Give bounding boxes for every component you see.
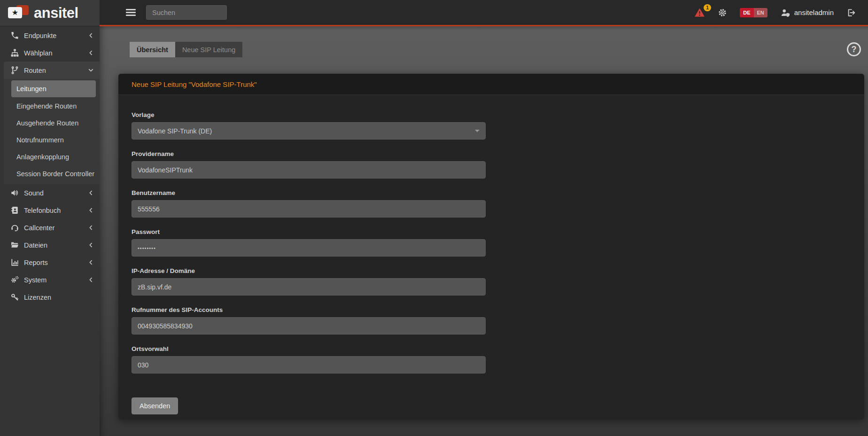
form-row-ortsvorwahl: Ortsvorwahl — [132, 345, 486, 374]
rufnummer-input[interactable] — [132, 317, 486, 335]
address-book-icon — [10, 206, 19, 215]
language-en-button[interactable]: EN — [754, 8, 767, 17]
sidebar-submenu-routen: Leitungen Eingehende Routen Ausgehende R… — [4, 79, 100, 184]
brand-name: ansitel — [34, 5, 78, 22]
passwort-input[interactable] — [132, 239, 486, 257]
sidebar-item-sound[interactable]: Sound — [0, 184, 100, 202]
content-area: Übersicht Neue SIP Leitung ? Neue SIP Le… — [100, 26, 868, 436]
help-icon[interactable]: ? — [847, 42, 861, 56]
chevron-left-icon — [85, 242, 94, 248]
topbar: 1 DE EN ansiteladmin — [100, 0, 868, 26]
hamburger-menu-icon[interactable] — [126, 8, 136, 18]
gear-icon[interactable] — [718, 8, 727, 17]
sidebar-item-anlagenkopplung[interactable]: Anlagenkopplung — [4, 148, 100, 165]
sidebar-item-lizenzen[interactable]: Lizenzen — [0, 288, 100, 306]
ip-adresse-input[interactable] — [132, 278, 486, 296]
language-de-button[interactable]: DE — [740, 8, 753, 17]
chevron-left-icon — [85, 32, 94, 39]
sidebar-item-label: Telefonbuch — [24, 207, 85, 214]
form-row-passwort: Passwort — [132, 228, 486, 257]
sidebar-item-label: Reports — [24, 259, 85, 266]
user-shield-icon — [780, 8, 790, 17]
ip-adresse-label: IP-Adresse / Domäne — [132, 267, 486, 274]
form-row-vorlage: Vorlage — [132, 111, 486, 140]
search-input[interactable] — [146, 5, 227, 20]
form-panel: Neue SIP Leitung "Vodafone SIP-Trunk" Vo… — [118, 74, 864, 420]
benutzername-input[interactable] — [132, 200, 486, 218]
language-switch: DE EN — [740, 8, 767, 17]
vorlage-select[interactable] — [132, 122, 486, 140]
key-icon — [10, 293, 19, 302]
form-row-rufnummer: Rufnummer des SIP-Accounts — [132, 306, 486, 335]
sidebar-item-endpunkte[interactable]: Endpunkte — [0, 27, 100, 44]
ortsvorwahl-label: Ortsvorwahl — [132, 345, 486, 352]
sidebar-item-telefonbuch[interactable]: Telefonbuch — [0, 202, 100, 219]
form-row-benutzername: Benutzername — [132, 189, 486, 218]
sidebar-item-label: Endpunkte — [24, 32, 85, 39]
logout-icon[interactable] — [846, 8, 856, 17]
sidebar-menu: Endpunkte Wählplan Ro — [0, 26, 100, 436]
chevron-left-icon — [85, 259, 94, 265]
absenden-button[interactable]: Absenden — [132, 397, 178, 414]
providername-input[interactable] — [132, 161, 486, 179]
sidebar-item-reports[interactable]: Reports — [0, 254, 100, 271]
sidebar-item-label: Callcenter — [24, 224, 85, 232]
topbar-right-cluster: 1 DE EN ansiteladmin — [694, 8, 868, 17]
sidebar-item-label: System — [24, 276, 85, 284]
folder-open-icon — [10, 241, 19, 249]
chart-bar-icon — [10, 258, 19, 267]
providername-label: Providername — [132, 150, 486, 157]
sidebar-item-waehlplan[interactable]: Wählplan — [0, 44, 100, 62]
alerts-button[interactable]: 1 — [694, 8, 705, 17]
username-label: ansiteladmin — [794, 8, 834, 16]
sidebar-item-ausgehende-routen[interactable]: Ausgehende Routen — [4, 115, 100, 132]
tab-neue-sip-leitung[interactable]: Neue SIP Leitung — [175, 42, 242, 57]
vorlage-label: Vorlage — [132, 111, 486, 118]
user-menu[interactable]: ansiteladmin — [780, 8, 834, 17]
chevron-left-icon — [85, 190, 94, 196]
alert-count-badge: 1 — [704, 4, 711, 11]
form-row-ip-adresse-domaene: IP-Adresse / Domäne — [132, 267, 486, 296]
chevron-left-icon — [85, 225, 94, 231]
main-column: 1 DE EN ansiteladmin — [100, 0, 868, 436]
brand-logo-icon: ★ — [8, 5, 30, 22]
sidebar-item-label: Wählplan — [24, 49, 85, 57]
cogs-icon — [10, 275, 19, 284]
sidebar-item-system[interactable]: System — [0, 271, 100, 288]
panel-header: Neue SIP Leitung "Vodafone SIP-Trunk" — [118, 74, 864, 95]
panel-body: Vorlage Providername Benutzername — [118, 95, 864, 420]
sidebar-item-label: Dateien — [24, 241, 85, 249]
sidebar-item-leitungen[interactable]: Leitungen — [11, 80, 96, 97]
chevron-left-icon — [85, 50, 94, 56]
passwort-label: Passwort — [132, 228, 486, 235]
app-window: ★ ansitel Endpunkte Wählplan — [0, 0, 868, 436]
vorlage-select-value[interactable] — [132, 122, 486, 140]
chevron-down-icon — [85, 67, 94, 73]
sidebar-item-label: Lizenzen — [24, 294, 85, 301]
sidebar-item-notrufnummern[interactable]: Notrufnummern — [4, 132, 100, 148]
tab-bar: Übersicht Neue SIP Leitung — [130, 42, 864, 57]
ortsvorwahl-input[interactable] — [132, 356, 486, 374]
sidebar-item-callcenter[interactable]: Callcenter — [0, 219, 100, 236]
sidebar: ★ ansitel Endpunkte Wählplan — [0, 0, 100, 436]
sidebar-item-dateien[interactable]: Dateien — [0, 236, 100, 254]
panel-title: Neue SIP Leitung "Vodafone SIP-Trunk" — [132, 80, 257, 88]
headset-icon — [10, 223, 19, 232]
sidebar-item-session-border-controller[interactable]: Session Border Controller — [4, 165, 100, 182]
chevron-left-icon — [85, 277, 94, 283]
speech-bubble-star-icon: ★ — [8, 7, 22, 18]
form-row-providername: Providername — [132, 150, 486, 179]
sidebar-item-label: Routen — [24, 67, 85, 74]
code-branch-icon — [10, 66, 19, 75]
sidebar-item-eingehende-routen[interactable]: Eingehende Routen — [4, 98, 100, 115]
chevron-left-icon — [85, 207, 94, 213]
sitemap-icon — [10, 48, 19, 57]
benutzername-label: Benutzername — [132, 189, 486, 196]
phone-icon — [10, 31, 19, 40]
volume-icon — [10, 188, 19, 197]
brand-logo[interactable]: ★ ansitel — [0, 0, 100, 26]
tab-uebersicht[interactable]: Übersicht — [130, 42, 175, 57]
sidebar-item-label: Sound — [24, 189, 85, 197]
sidebar-group-routen: Routen Leitungen Eingehende Routen Ausge… — [4, 62, 100, 184]
sidebar-item-routen[interactable]: Routen — [4, 62, 100, 79]
